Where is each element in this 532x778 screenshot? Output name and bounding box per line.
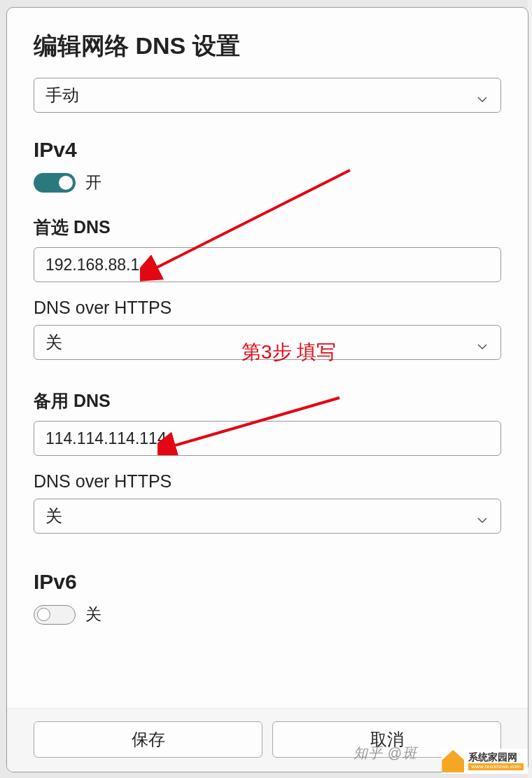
ipv6-toggle[interactable]: [34, 605, 76, 625]
zhihu-watermark: 知乎 @斑: [354, 744, 417, 763]
ipv6-toggle-row: 关: [34, 604, 501, 625]
dns-mode-value: 手动: [46, 84, 79, 106]
doh2-select[interactable]: 关: [34, 499, 501, 534]
ipv6-toggle-label: 关: [85, 604, 102, 625]
dns-settings-dialog: 编辑网络 DNS 设置 手动 IPv4 开 首选 DNS DNS over HT…: [6, 7, 528, 772]
primary-dns-label: 首选 DNS: [34, 216, 501, 239]
doh2-label: DNS over HTTPS: [34, 471, 501, 492]
alt-dns-input[interactable]: [34, 421, 501, 456]
alt-dns-label: 备用 DNS: [34, 389, 501, 412]
toggle-knob: [59, 176, 73, 190]
save-button[interactable]: 保存: [34, 721, 262, 758]
dns-mode-select[interactable]: 手动: [34, 78, 501, 113]
chevron-down-icon: [477, 337, 488, 348]
dialog-title: 编辑网络 DNS 设置: [34, 30, 501, 62]
toggle-knob: [37, 608, 50, 621]
house-icon: [442, 750, 464, 772]
chevron-down-icon: [477, 90, 488, 101]
ipv6-heading: IPv6: [34, 570, 501, 594]
site-url: www.hnzkhbsb.com: [468, 763, 524, 770]
site-watermark: 系统家园网 www.hnzkhbsb.com: [442, 749, 528, 774]
doh2-value: 关: [46, 505, 62, 527]
ipv4-toggle-label: 开: [85, 172, 102, 193]
site-name: 系统家园网: [468, 752, 524, 762]
doh1-value: 关: [46, 331, 62, 354]
primary-dns-input[interactable]: [34, 247, 501, 282]
ipv4-heading: IPv4: [34, 138, 501, 162]
doh1-label: DNS over HTTPS: [34, 298, 501, 318]
dialog-content: 编辑网络 DNS 设置 手动 IPv4 开 首选 DNS DNS over HT…: [7, 8, 528, 708]
doh1-select[interactable]: 关: [34, 325, 501, 360]
ipv4-toggle-row: 开: [34, 172, 501, 193]
ipv4-toggle[interactable]: [34, 173, 76, 193]
chevron-down-icon: [477, 510, 488, 522]
